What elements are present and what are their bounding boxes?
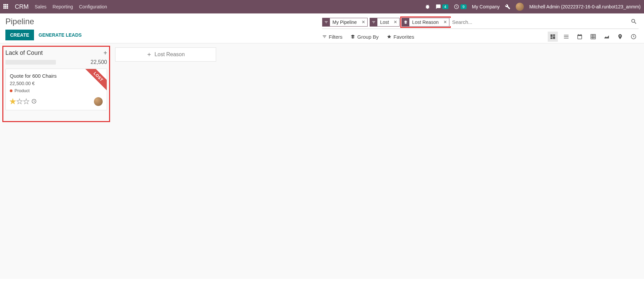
column-title: Lack of Count xyxy=(5,49,103,57)
page-title: Pipeline xyxy=(5,17,322,26)
facet-lost-reason[interactable]: Lost Reason ✕ xyxy=(402,18,449,27)
close-icon[interactable]: ✕ xyxy=(441,20,449,25)
facet-lost[interactable]: Lost ✕ xyxy=(370,18,400,27)
nav-sales[interactable]: Sales xyxy=(35,4,46,9)
activity-view-icon[interactable] xyxy=(629,32,639,42)
tag-label: Product xyxy=(14,88,30,93)
progress-bar[interactable] xyxy=(5,60,56,65)
star-icon[interactable] xyxy=(10,98,16,105)
tag-dot-icon xyxy=(10,89,12,92)
search-icon[interactable] xyxy=(629,17,639,27)
navbar-left: CRM Sales Reporting Configuration xyxy=(3,3,107,10)
add-column-button[interactable]: Lost Reason xyxy=(115,47,216,62)
nav-reporting[interactable]: Reporting xyxy=(53,4,73,9)
view-switcher xyxy=(548,32,639,42)
card-footer xyxy=(10,97,103,106)
nav-configuration[interactable]: Configuration xyxy=(79,4,107,9)
card-tag: Product xyxy=(10,88,103,93)
column-total: 22,500 xyxy=(91,59,107,65)
app-name[interactable]: CRM xyxy=(15,3,29,10)
control-panel-right: My Pipeline ✕ Lost ✕ Lost Reason ✕ xyxy=(322,17,639,43)
plus-icon[interactable]: + xyxy=(103,49,107,57)
bug-icon[interactable] xyxy=(425,4,430,9)
apps-icon[interactable] xyxy=(3,4,9,9)
column-subheader: 22,500 xyxy=(4,59,108,69)
user-name[interactable]: Mitchell Admin (20222372-16-0-all.runbot… xyxy=(529,4,641,9)
star-icon[interactable] xyxy=(23,98,29,105)
favorites-button[interactable]: Favorites xyxy=(387,33,414,41)
add-column-label: Lost Reason xyxy=(155,51,185,58)
filters-label: Filters xyxy=(329,34,343,40)
generate-leads-button[interactable]: GENERATE LEADS xyxy=(39,32,82,38)
kanban-view-icon[interactable] xyxy=(548,32,558,42)
card-title: Quote for 600 Chairs xyxy=(10,73,103,79)
search-row: My Pipeline ✕ Lost ✕ Lost Reason ✕ xyxy=(322,17,639,29)
options-row: Filters Group By Favorites xyxy=(322,32,639,42)
user-avatar[interactable] xyxy=(516,3,524,11)
kanban-body: Lack of Count + 22,500 LOST Quote for 60… xyxy=(0,43,644,279)
navbar: CRM Sales Reporting Configuration 4 9 My… xyxy=(0,0,644,13)
clock-icon[interactable]: 9 xyxy=(454,4,467,9)
filter-icon xyxy=(370,18,377,26)
pivot-view-icon[interactable] xyxy=(588,32,598,42)
star-icon[interactable] xyxy=(16,98,23,105)
control-panel-left: Pipeline CREATE GENERATE LEADS xyxy=(5,17,322,43)
groupby-label: Group By xyxy=(357,34,378,40)
facet-label: My Pipeline xyxy=(330,20,360,25)
search-facets: My Pipeline ✕ Lost ✕ Lost Reason ✕ xyxy=(322,18,449,27)
facet-label: Lost Reason xyxy=(409,20,441,25)
facet-my-pipeline[interactable]: My Pipeline ✕ xyxy=(322,18,368,27)
column-header[interactable]: Lack of Count + xyxy=(4,47,108,59)
close-icon[interactable]: ✕ xyxy=(360,20,367,25)
tools-icon[interactable] xyxy=(505,4,510,9)
facet-label: Lost xyxy=(377,20,392,25)
chat-badge: 4 xyxy=(442,4,448,9)
priority-stars[interactable] xyxy=(10,98,29,105)
company-selector[interactable]: My Company xyxy=(472,4,500,9)
map-view-icon[interactable] xyxy=(615,32,625,42)
kanban-card[interactable]: LOST Quote for 600 Chairs 22,500.00 € Pr… xyxy=(5,69,107,110)
activity-clock-icon[interactable] xyxy=(31,99,37,105)
search-input[interactable] xyxy=(449,18,629,26)
card-amount: 22,500.00 € xyxy=(10,81,103,86)
buttons-row: CREATE GENERATE LEADS xyxy=(5,30,322,40)
create-button[interactable]: CREATE xyxy=(5,30,34,40)
card-avatar[interactable] xyxy=(94,97,103,106)
options-left: Filters Group By Favorites xyxy=(322,33,414,41)
navbar-right: 4 9 My Company Mitchell Admin (20222372-… xyxy=(425,3,641,11)
control-panel: Pipeline CREATE GENERATE LEADS My Pipeli… xyxy=(0,13,644,43)
kanban-column-lack-of-count: Lack of Count + 22,500 LOST Quote for 60… xyxy=(4,47,108,120)
filter-icon xyxy=(323,18,330,26)
close-icon[interactable]: ✕ xyxy=(392,20,399,25)
filters-button[interactable]: Filters xyxy=(322,33,343,41)
calendar-view-icon[interactable] xyxy=(575,32,585,42)
activity-badge: 9 xyxy=(461,4,467,9)
favorites-label: Favorites xyxy=(394,34,414,40)
graph-view-icon[interactable] xyxy=(602,32,612,42)
chat-icon[interactable]: 4 xyxy=(436,4,448,9)
layers-icon xyxy=(402,18,409,26)
groupby-button[interactable]: Group By xyxy=(350,33,378,41)
list-view-icon[interactable] xyxy=(561,32,571,42)
